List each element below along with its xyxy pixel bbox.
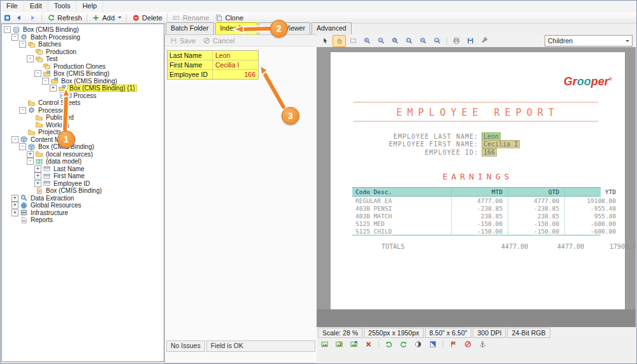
tree-node[interactable]: Production Clones — [2, 63, 164, 71]
tree-node[interactable]: +Employee ID — [2, 180, 164, 188]
zoom-in-button[interactable] — [361, 35, 374, 47]
tree-node[interactable]: -Batch Processing — [2, 34, 164, 41]
wrench-button[interactable] — [478, 35, 491, 47]
index-field-row[interactable]: Last NameLeon — [168, 51, 258, 60]
index-field-row[interactable]: First NameCecilia I — [168, 60, 258, 70]
expand-icon[interactable]: + — [11, 195, 18, 202]
tree-node[interactable]: Box (CMIS Binding) — [2, 187, 164, 195]
expand-icon[interactable]: + — [11, 209, 18, 216]
tree-node[interactable]: Published — [2, 114, 164, 122]
field-value-input[interactable]: Cecilia I — [213, 60, 258, 69]
tree-node[interactable]: -Processes — [2, 107, 164, 115]
menu-tools[interactable]: Tools — [48, 1, 77, 12]
document-field-value: Leon — [482, 132, 501, 141]
field-value-input[interactable]: Leon — [213, 51, 258, 60]
tree-node[interactable]: -Box (CMIS Binding) — [2, 70, 164, 78]
save-button[interactable] — [464, 35, 477, 47]
earnings-cell: -600.00 — [564, 228, 621, 235]
collapse-icon[interactable]: - — [19, 41, 26, 48]
menu-file[interactable]: File — [1, 1, 24, 12]
tree-node[interactable]: -Test — [2, 55, 164, 63]
despeckle-button[interactable] — [412, 338, 425, 350]
flag-button[interactable] — [447, 338, 460, 350]
expand-icon[interactable]: + — [50, 85, 57, 92]
nav-forward-button[interactable] — [25, 13, 39, 22]
document-canvas[interactable]: Grooper® EMPLOYEE REPORT EMPLOYEE LAST N… — [317, 47, 636, 327]
expand-icon[interactable]: + — [34, 180, 41, 187]
tree-node[interactable]: +First Name — [2, 172, 164, 180]
binarize-button[interactable] — [426, 338, 440, 350]
save-button[interactable]: Save — [169, 36, 196, 45]
expand-icon[interactable]: + — [11, 202, 18, 209]
zoom-actual-button[interactable]: 1:1 — [431, 35, 444, 47]
tree-node[interactable]: +Infrastructure — [2, 209, 164, 217]
add-button[interactable]: Add — [89, 13, 125, 22]
tree-node[interactable]: -Box (CMIS Binding) — [2, 78, 164, 85]
anchor-button[interactable] — [476, 338, 489, 350]
expander-spacer — [19, 99, 26, 106]
tree-node[interactable]: Control Sheets — [2, 99, 164, 107]
rotate-right-icon — [399, 340, 408, 349]
menu-edit[interactable]: Edit — [24, 1, 48, 12]
folders-icon — [35, 55, 43, 63]
clone-button[interactable]: Clone — [211, 13, 246, 22]
image-export-button[interactable] — [347, 338, 361, 350]
tree-node[interactable]: -Box (CMIS Binding) — [2, 26, 164, 34]
tree-node[interactable]: Projects — [2, 129, 164, 136]
tree-node[interactable]: +Box (CMIS Binding) (1) — [2, 85, 164, 92]
expand-icon[interactable]: + — [34, 172, 41, 179]
expand-icon[interactable]: + — [34, 165, 41, 172]
tree-node[interactable]: -Content Models — [2, 136, 164, 144]
tree-node[interactable]: -Batches — [2, 41, 164, 48]
index-field-row[interactable]: Employee ID166 — [168, 70, 258, 79]
zoom-width-button[interactable] — [417, 35, 430, 47]
delete-x-button[interactable] — [362, 338, 375, 350]
collapse-icon[interactable]: - — [42, 78, 49, 85]
collapse-icon[interactable]: - — [34, 70, 41, 77]
tree-node[interactable]: Production — [2, 48, 164, 56]
tree-node[interactable]: +Last Name — [2, 165, 164, 173]
tree-node[interactable]: Working — [2, 122, 164, 129]
collapse-icon[interactable]: - — [11, 34, 18, 41]
image-edit-button[interactable] — [333, 338, 346, 350]
print-button[interactable] — [450, 35, 463, 47]
tree-node[interactable]: -(data model) — [2, 158, 164, 165]
children-dropdown[interactable]: Children — [545, 35, 633, 46]
add-icon — [92, 13, 101, 22]
expand-icon[interactable]: + — [27, 151, 34, 158]
collapse-icon[interactable]: - — [19, 107, 26, 114]
collapse-icon[interactable]: - — [19, 143, 26, 150]
tree-node[interactable]: il Process — [2, 92, 164, 100]
delete-button[interactable]: Delete — [129, 13, 165, 22]
tab-batch-folder[interactable]: Batch Folder — [166, 22, 214, 34]
tree-node[interactable]: +Global Resources — [2, 202, 164, 209]
menu-help[interactable]: Help — [76, 1, 103, 12]
field-value-input[interactable]: 166 — [213, 70, 258, 79]
refresh-button[interactable]: Refresh — [44, 13, 85, 22]
zoom-out-button[interactable] — [375, 35, 388, 47]
tab-advanced[interactable]: Advanced — [311, 22, 352, 34]
rename-button[interactable]: Rename — [169, 13, 212, 22]
cancel-button[interactable]: Cancel — [202, 36, 234, 45]
tree-node[interactable]: +Data Extraction — [2, 195, 164, 202]
zoom-fit-button[interactable] — [403, 35, 416, 47]
collapse-icon[interactable]: - — [11, 136, 18, 143]
clone-label: Clone — [225, 14, 243, 22]
rotate-left-button[interactable] — [382, 338, 396, 350]
hand-button[interactable] — [333, 35, 346, 47]
tree-node[interactable]: -Box (CMIS Binding) — [2, 143, 164, 151]
collapse-icon[interactable]: - — [27, 55, 34, 62]
marquee-button[interactable] — [347, 35, 360, 47]
nav-back-button[interactable] — [11, 13, 25, 22]
image-button[interactable] — [318, 338, 331, 350]
pointer-button[interactable] — [318, 35, 332, 47]
exclude-button[interactable] — [461, 338, 475, 350]
collapse-icon[interactable]: - — [27, 158, 34, 165]
tree-node[interactable]: Reports — [2, 216, 164, 224]
despeckle-icon — [414, 340, 423, 349]
tab-index-data[interactable]: Index Data — [215, 22, 258, 34]
collapse-icon[interactable]: - — [4, 26, 11, 33]
tree-node[interactable]: +(local resources) — [2, 151, 164, 158]
rotate-right-button[interactable] — [397, 338, 410, 350]
zoom-window-button[interactable] — [389, 35, 402, 47]
